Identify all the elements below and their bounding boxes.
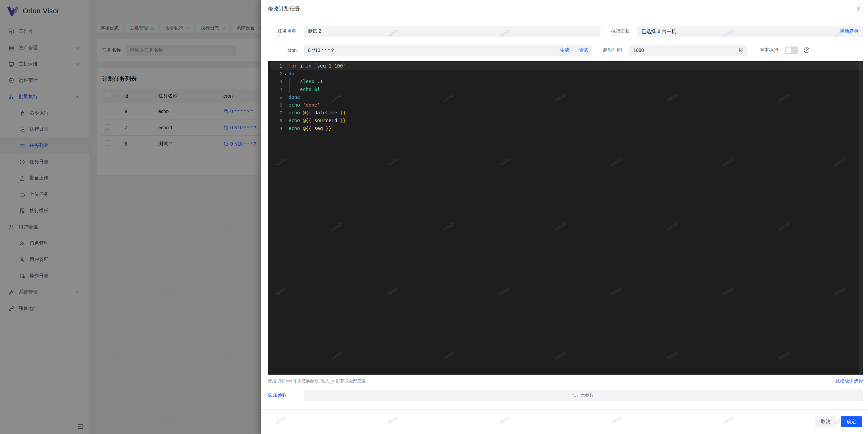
- help-icon[interactable]: [804, 47, 810, 53]
- close-icon[interactable]: [856, 6, 861, 12]
- editor-line[interactable]: 2∨do: [271, 70, 863, 78]
- line-number: 1: [271, 62, 282, 70]
- host-selection-field: 已选择2台主机 重新选择: [637, 26, 863, 37]
- timeout-unit: 秒: [738, 47, 743, 53]
- fold-gutter-spacer: [282, 125, 289, 132]
- empty-icon: [573, 393, 578, 398]
- code-text: sleep .1: [289, 78, 323, 86]
- line-number: 6: [271, 101, 282, 109]
- script-exec-label: 脚本执行: [760, 47, 778, 53]
- fold-gutter-spacer: [282, 62, 289, 70]
- editor-scrollbar[interactable]: [859, 61, 863, 375]
- indent-guide: [289, 78, 290, 93]
- no-params-text: 无参数: [580, 392, 594, 398]
- editor-line[interactable]: 6echo 'done': [271, 101, 863, 109]
- script-exec-toggle[interactable]: [785, 46, 798, 54]
- code-text: echo @{{ sourceId }}: [289, 117, 346, 125]
- cron-label: cron: [268, 48, 297, 53]
- cron-input-group: 0 */10 * * * ? 生成 测试: [304, 45, 592, 56]
- orion-visor-page: Orion Visor 工作台资产管理主机运维运维审计批量执行命令执行执行日志任…: [0, 0, 868, 434]
- edit-task-drawer: 修改计划任务 任务名称 测试 2 执行主机 已选择2台主机 重新选择 cron …: [261, 0, 868, 434]
- code-text: echo 'done': [289, 101, 320, 109]
- task-name-input[interactable]: 测试 2: [304, 26, 600, 37]
- host-selected-text: 已选择2台主机: [642, 28, 676, 35]
- host-count: 2: [656, 28, 662, 34]
- code-text: for i in `seq 1 100`: [289, 62, 346, 70]
- param-hint-text: 使用 @{{ xxx }} 来替换参数, 输入_可以获取全部变量: [268, 378, 366, 384]
- line-number: 7: [271, 109, 282, 117]
- fold-gutter-spacer: [282, 78, 289, 86]
- fold-gutter-spacer: [282, 109, 289, 117]
- script-code-editor[interactable]: 1for i in `seq 1 100`2∨do3 sleep .14 ech…: [268, 61, 863, 375]
- add-param-link[interactable]: 添加参数: [268, 392, 297, 398]
- cron-generate-button[interactable]: 生成: [555, 45, 574, 56]
- editor-line[interactable]: 3 sleep .1: [271, 78, 863, 86]
- editor-line[interactable]: 5done: [271, 93, 863, 101]
- cron-input[interactable]: 0 */10 * * * ?: [304, 45, 555, 56]
- cron-test-button[interactable]: 测试: [574, 45, 592, 56]
- fold-gutter-spacer: [282, 86, 289, 93]
- line-number: 4: [271, 86, 282, 93]
- drawer-header: 修改计划任务: [261, 0, 868, 18]
- line-number: 9: [271, 125, 282, 132]
- code-text: echo $i: [289, 86, 320, 93]
- editor-line[interactable]: 8echo @{{ sourceId }}: [271, 117, 863, 125]
- exec-host-label: 执行主机: [600, 28, 637, 34]
- code-text: do: [289, 70, 294, 78]
- param-empty-bar: 无参数: [304, 390, 863, 401]
- editor-line[interactable]: 9echo @{{ seq }}: [271, 125, 863, 132]
- toggle-knob: [786, 48, 791, 53]
- code-text: echo @{{ datetime }}: [289, 109, 346, 117]
- line-number: 3: [271, 78, 282, 86]
- line-number: 2: [271, 70, 282, 78]
- code-text: done: [289, 93, 300, 101]
- editor-line[interactable]: 4 echo $i: [271, 86, 863, 93]
- timeout-input[interactable]: 1000 秒: [629, 45, 747, 56]
- task-name-label: 任务名称: [268, 28, 297, 34]
- timeout-label: 超时时间: [592, 47, 629, 53]
- editor-line[interactable]: 1for i in `seq 1 100`: [271, 62, 863, 70]
- fold-gutter-spacer: [282, 101, 289, 109]
- cancel-button[interactable]: 取消: [815, 416, 836, 427]
- drawer-footer: 取消 确定: [261, 409, 868, 434]
- fold-gutter-spacer: [282, 117, 289, 125]
- reselect-hosts-link[interactable]: 重新选择: [840, 28, 859, 34]
- line-number: 8: [271, 117, 282, 125]
- code-text: echo @{{ seq }}: [289, 125, 331, 132]
- fold-gutter-spacer: [282, 93, 289, 101]
- fold-chevron-icon[interactable]: ∨: [282, 70, 289, 78]
- drawer-title: 修改计划任务: [268, 5, 300, 13]
- line-number: 5: [271, 93, 282, 101]
- choose-from-template-link[interactable]: 从模板中选择: [835, 378, 863, 384]
- confirm-button[interactable]: 确定: [841, 416, 862, 427]
- editor-line[interactable]: 7echo @{{ datetime }}: [271, 109, 863, 117]
